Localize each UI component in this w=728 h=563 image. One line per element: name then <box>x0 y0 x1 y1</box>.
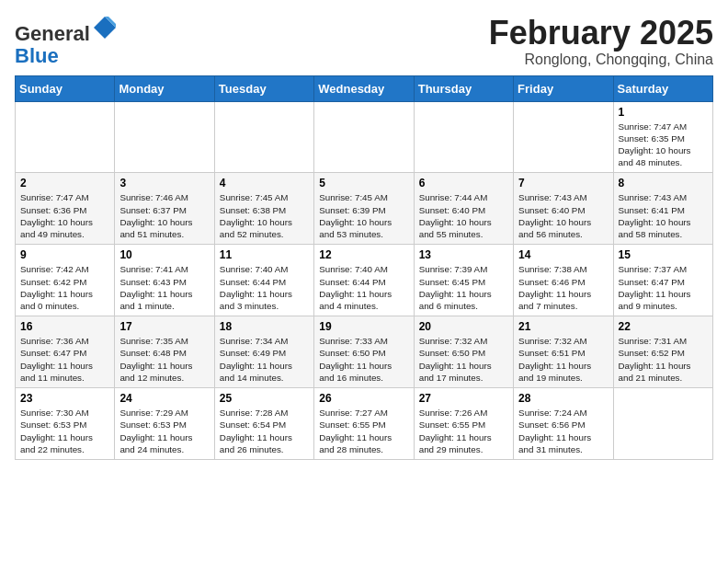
day-number: 3 <box>119 177 209 190</box>
day-info: Sunrise: 7:39 AMSunset: 6:45 PMDaylight:… <box>419 264 492 311</box>
day-number: 6 <box>419 177 508 190</box>
calendar-day-20: 20Sunrise: 7:32 AMSunset: 6:50 PMDayligh… <box>414 316 513 388</box>
day-info: Sunrise: 7:38 AMSunset: 6:46 PMDaylight:… <box>518 264 591 311</box>
day-number: 5 <box>319 177 408 190</box>
weekday-header-row: SundayMondayTuesdayWednesdayThursdayFrid… <box>16 75 713 101</box>
svg-marker-0 <box>94 17 116 39</box>
calendar-day-14: 14Sunrise: 7:38 AMSunset: 6:46 PMDayligh… <box>514 245 613 316</box>
day-number: 7 <box>518 177 608 190</box>
calendar-day-17: 17Sunrise: 7:35 AMSunset: 6:48 PMDayligh… <box>115 316 214 388</box>
day-number: 24 <box>119 392 209 405</box>
day-number: 21 <box>518 320 608 333</box>
weekday-header-saturday: Saturday <box>613 75 712 101</box>
day-number: 15 <box>619 248 708 261</box>
day-number: 22 <box>619 320 708 333</box>
page-header: General Blue February 2025 Ronglong, Cho… <box>15 15 713 68</box>
empty-day-cell <box>314 101 414 173</box>
calendar-day-21: 21Sunrise: 7:32 AMSunset: 6:51 PMDayligh… <box>514 316 613 388</box>
calendar-day-8: 8Sunrise: 7:43 AMSunset: 6:41 PMDaylight… <box>613 173 712 245</box>
day-info: Sunrise: 7:36 AMSunset: 6:47 PMDaylight:… <box>20 336 93 383</box>
location-subtitle: Ronglong, Chongqing, China <box>489 52 713 68</box>
calendar-day-2: 2Sunrise: 7:47 AMSunset: 6:36 PMDaylight… <box>16 173 115 245</box>
day-info: Sunrise: 7:47 AMSunset: 6:35 PMDaylight:… <box>619 121 691 168</box>
calendar-day-1: 1Sunrise: 7:47 AMSunset: 6:35 PMDaylight… <box>613 101 712 173</box>
day-info: Sunrise: 7:35 AMSunset: 6:48 PMDaylight:… <box>119 336 192 383</box>
logo-general-text: General <box>15 22 90 45</box>
day-info: Sunrise: 7:40 AMSunset: 6:44 PMDaylight:… <box>220 264 292 311</box>
day-info: Sunrise: 7:47 AMSunset: 6:36 PMDaylight:… <box>20 192 93 239</box>
empty-day-cell <box>414 101 513 173</box>
calendar-week-row: 23Sunrise: 7:30 AMSunset: 6:53 PMDayligh… <box>16 388 713 460</box>
calendar-week-row: 9Sunrise: 7:42 AMSunset: 6:42 PMDaylight… <box>16 245 713 316</box>
day-info: Sunrise: 7:24 AMSunset: 6:56 PMDaylight:… <box>518 408 591 454</box>
calendar-day-3: 3Sunrise: 7:46 AMSunset: 6:37 PMDaylight… <box>115 173 214 245</box>
day-number: 18 <box>220 320 309 333</box>
day-number: 11 <box>220 248 309 261</box>
day-info: Sunrise: 7:26 AMSunset: 6:55 PMDaylight:… <box>419 408 492 454</box>
day-number: 20 <box>419 320 508 333</box>
day-number: 27 <box>419 392 508 405</box>
calendar-day-16: 16Sunrise: 7:36 AMSunset: 6:47 PMDayligh… <box>16 316 115 388</box>
title-area: February 2025 Ronglong, Chongqing, China <box>489 15 713 68</box>
day-info: Sunrise: 7:41 AMSunset: 6:43 PMDaylight:… <box>119 264 192 311</box>
day-number: 10 <box>119 248 209 261</box>
empty-day-cell <box>613 388 712 460</box>
day-number: 17 <box>119 320 209 333</box>
day-info: Sunrise: 7:28 AMSunset: 6:54 PMDaylight:… <box>220 408 292 454</box>
day-info: Sunrise: 7:43 AMSunset: 6:40 PMDaylight:… <box>518 192 591 239</box>
day-info: Sunrise: 7:31 AMSunset: 6:52 PMDaylight:… <box>619 336 691 383</box>
day-info: Sunrise: 7:33 AMSunset: 6:50 PMDaylight:… <box>319 336 392 383</box>
weekday-header-tuesday: Tuesday <box>214 75 313 101</box>
calendar-day-27: 27Sunrise: 7:26 AMSunset: 6:55 PMDayligh… <box>414 388 513 460</box>
day-info: Sunrise: 7:37 AMSunset: 6:47 PMDaylight:… <box>619 264 691 311</box>
day-info: Sunrise: 7:40 AMSunset: 6:44 PMDaylight:… <box>319 264 392 311</box>
empty-day-cell <box>214 101 313 173</box>
calendar-day-23: 23Sunrise: 7:30 AMSunset: 6:53 PMDayligh… <box>16 388 115 460</box>
calendar-day-22: 22Sunrise: 7:31 AMSunset: 6:52 PMDayligh… <box>613 316 712 388</box>
weekday-header-monday: Monday <box>115 75 214 101</box>
calendar-day-4: 4Sunrise: 7:45 AMSunset: 6:38 PMDaylight… <box>214 173 313 245</box>
day-info: Sunrise: 7:30 AMSunset: 6:53 PMDaylight:… <box>20 408 93 454</box>
calendar-week-row: 16Sunrise: 7:36 AMSunset: 6:47 PMDayligh… <box>16 316 713 388</box>
day-info: Sunrise: 7:32 AMSunset: 6:50 PMDaylight:… <box>419 336 492 383</box>
calendar-week-row: 2Sunrise: 7:47 AMSunset: 6:36 PMDaylight… <box>16 173 713 245</box>
logo-icon <box>92 15 118 40</box>
day-number: 14 <box>518 248 608 261</box>
day-number: 16 <box>20 320 109 333</box>
calendar-day-26: 26Sunrise: 7:27 AMSunset: 6:55 PMDayligh… <box>314 388 414 460</box>
day-info: Sunrise: 7:44 AMSunset: 6:40 PMDaylight:… <box>419 192 492 239</box>
day-number: 4 <box>220 177 309 190</box>
calendar-day-18: 18Sunrise: 7:34 AMSunset: 6:49 PMDayligh… <box>214 316 313 388</box>
day-number: 13 <box>419 248 508 261</box>
day-number: 26 <box>319 392 408 405</box>
day-info: Sunrise: 7:32 AMSunset: 6:51 PMDaylight:… <box>518 336 591 383</box>
calendar-day-24: 24Sunrise: 7:29 AMSunset: 6:53 PMDayligh… <box>115 388 214 460</box>
weekday-header-sunday: Sunday <box>16 75 115 101</box>
day-info: Sunrise: 7:27 AMSunset: 6:55 PMDaylight:… <box>319 408 392 454</box>
calendar-day-11: 11Sunrise: 7:40 AMSunset: 6:44 PMDayligh… <box>214 245 313 316</box>
day-info: Sunrise: 7:45 AMSunset: 6:39 PMDaylight:… <box>319 192 392 239</box>
day-info: Sunrise: 7:46 AMSunset: 6:37 PMDaylight:… <box>119 192 192 239</box>
weekday-header-thursday: Thursday <box>414 75 513 101</box>
calendar-week-row: 1Sunrise: 7:47 AMSunset: 6:35 PMDaylight… <box>16 101 713 173</box>
day-info: Sunrise: 7:29 AMSunset: 6:53 PMDaylight:… <box>119 408 192 454</box>
day-number: 2 <box>20 177 109 190</box>
calendar-day-10: 10Sunrise: 7:41 AMSunset: 6:43 PMDayligh… <box>115 245 214 316</box>
day-number: 25 <box>220 392 309 405</box>
empty-day-cell <box>16 101 115 173</box>
empty-day-cell <box>115 101 214 173</box>
day-info: Sunrise: 7:43 AMSunset: 6:41 PMDaylight:… <box>619 192 691 239</box>
calendar-day-7: 7Sunrise: 7:43 AMSunset: 6:40 PMDaylight… <box>514 173 613 245</box>
day-number: 9 <box>20 248 109 261</box>
day-number: 28 <box>518 392 608 405</box>
calendar-day-28: 28Sunrise: 7:24 AMSunset: 6:56 PMDayligh… <box>514 388 613 460</box>
day-number: 19 <box>319 320 408 333</box>
calendar-day-9: 9Sunrise: 7:42 AMSunset: 6:42 PMDaylight… <box>16 245 115 316</box>
calendar-day-15: 15Sunrise: 7:37 AMSunset: 6:47 PMDayligh… <box>613 245 712 316</box>
empty-day-cell <box>514 101 613 173</box>
weekday-header-friday: Friday <box>514 75 613 101</box>
calendar-day-13: 13Sunrise: 7:39 AMSunset: 6:45 PMDayligh… <box>414 245 513 316</box>
day-number: 23 <box>20 392 109 405</box>
calendar-day-19: 19Sunrise: 7:33 AMSunset: 6:50 PMDayligh… <box>314 316 414 388</box>
day-info: Sunrise: 7:45 AMSunset: 6:38 PMDaylight:… <box>220 192 292 239</box>
